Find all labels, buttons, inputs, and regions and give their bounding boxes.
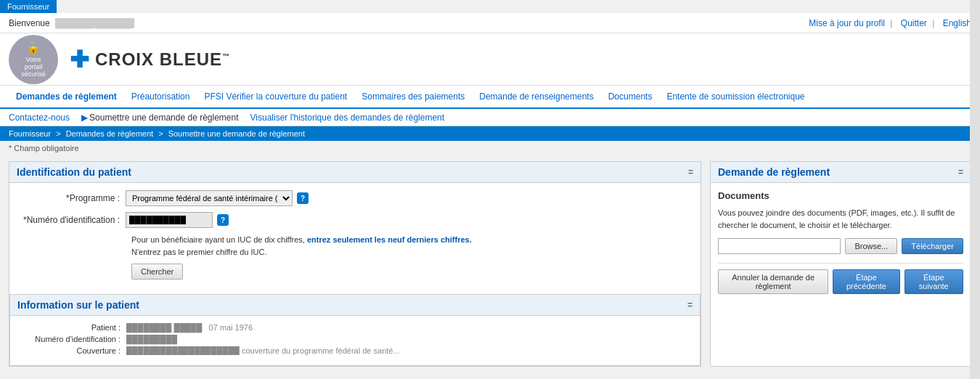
- couverture-value: ████████████████████ couverture du progr…: [126, 346, 400, 355]
- separator-2: |: [932, 18, 934, 28]
- programme-select[interactable]: Programme fédéral de santé intérimaire (…: [126, 190, 293, 206]
- info-text-bold: entrez seulement les neuf derniers chiff…: [307, 235, 472, 244]
- breadcrumb-current: Soumettre une demande de règlement: [168, 129, 305, 138]
- logo-tm: ™: [222, 52, 230, 60]
- required-note: * Champ obligatoire: [0, 141, 980, 155]
- suivante-button[interactable]: Étape suivante: [905, 269, 963, 294]
- file-input-display: [718, 238, 841, 254]
- collapse-btn-3[interactable]: =: [958, 167, 963, 177]
- telecharger-button[interactable]: Télécharger: [902, 238, 963, 254]
- nav-sommaires[interactable]: Sommaires des paiements: [354, 86, 472, 107]
- demande-title: Demande de règlement: [718, 166, 830, 178]
- fournisseur-tab[interactable]: Fournisseur: [0, 0, 980, 13]
- nav-entente[interactable]: Entente de soumission électronique: [659, 86, 812, 107]
- header: 🔒 Votre portail sécurisé ✚ CROIX BLEUE™: [0, 33, 980, 86]
- patient-row-label: Patient :: [17, 323, 126, 332]
- documents-section-title: Documents: [718, 190, 963, 201]
- numero-input[interactable]: [126, 212, 213, 228]
- chercher-button[interactable]: Chercher: [131, 264, 183, 280]
- nav-preautorisation[interactable]: Préautorisation: [124, 86, 197, 107]
- nav-pfsi[interactable]: PFSI Vérifier la couverture du patient: [197, 86, 354, 107]
- patient-info-title: Information sur le patient: [17, 299, 139, 311]
- numero-info-row: Numéro d'identification : █████████: [17, 335, 693, 343]
- info-text-block: Pour un bénéficiaire ayant un IUC de dix…: [131, 234, 693, 258]
- programme-label: *Programme :: [17, 193, 126, 203]
- patient-id-title: Identification du patient: [17, 166, 131, 178]
- chercher-row: Chercher: [131, 264, 693, 280]
- nav-demandes[interactable]: Demandes de règlement: [9, 86, 124, 107]
- nav-demande-renseignements[interactable]: Demande de renseignements: [472, 86, 600, 107]
- programme-row: *Programme : Programme fédéral de santé …: [17, 190, 693, 206]
- doc-description: Vous pouvez joindre des documents (PDF, …: [718, 207, 963, 231]
- mise-a-jour-link[interactable]: Mise à jour du profil: [809, 18, 885, 28]
- right-panel: Demande de règlement = Documents Vous po…: [710, 161, 971, 367]
- welcome-text: Bienvenue ██████ ██████,: [9, 18, 134, 28]
- secure-portal-badge: 🔒 Votre portail sécurisé: [9, 35, 58, 84]
- demande-body: Documents Vous pouvez joindre des docume…: [711, 183, 971, 301]
- numero-info-value: █████████: [126, 335, 177, 343]
- patient-id-header: Identification du patient =: [9, 162, 701, 183]
- top-bar: Bienvenue ██████ ██████, Mise à jour du …: [0, 13, 980, 33]
- patient-row-value: ████████ █████ 07 mai 1976: [126, 323, 253, 332]
- user-name: ██████ ██████,: [55, 18, 134, 28]
- programme-control: Programme fédéral de santé intérimaire (…: [126, 190, 309, 206]
- english-link[interactable]: English: [943, 18, 971, 28]
- patient-info-header: Information sur le patient =: [10, 295, 700, 316]
- welcome-label: Bienvenue: [9, 18, 50, 28]
- portal-line1: Votre: [25, 56, 41, 63]
- portal-line2: portail: [25, 63, 43, 70]
- browse-button[interactable]: Browse...: [845, 238, 897, 254]
- info-text-2: N'entrez pas le premier chiffre du IUC.: [131, 248, 267, 256]
- blue-cross-icon: ✚: [70, 46, 89, 73]
- fournisseur-tab-label: Fournisseur: [0, 0, 57, 13]
- precedente-button[interactable]: Étape précédente: [833, 269, 899, 294]
- left-column: Identification du patient = *Programme :…: [9, 161, 701, 367]
- breadcrumb-fournisseur[interactable]: Fournisseur: [9, 129, 51, 138]
- subnav-soumettre-label: Soumettre une demande de règlement: [89, 113, 238, 123]
- main-content: Identification du patient = *Programme :…: [0, 155, 980, 372]
- portal-line3: sécurisé: [21, 70, 46, 78]
- subnav-contactez[interactable]: Contactez-nous: [9, 113, 70, 123]
- arrow-icon: ▶: [81, 113, 88, 123]
- couverture-row: Couverture : ████████████████████ couver…: [17, 346, 693, 355]
- demande-header: Demande de règlement =: [711, 162, 971, 183]
- patient-info-body: Patient : ████████ █████ 07 mai 1976 Num…: [10, 316, 700, 365]
- collapse-btn-2[interactable]: =: [687, 300, 693, 310]
- info-text-1: Pour un bénéficiaire ayant un IUC de dix…: [131, 235, 305, 244]
- patient-id-body: *Programme : Programme fédéral de santé …: [9, 183, 701, 287]
- subnav-soumettre[interactable]: ▶Soumettre une demande de règlement: [81, 113, 238, 123]
- breadcrumb-sep-1: >: [56, 129, 62, 138]
- lock-icon: 🔒: [26, 41, 41, 54]
- breadcrumb-sep-2: >: [158, 129, 165, 138]
- scrollbar[interactable]: [970, 0, 980, 379]
- logo-text: CROIX BLEUE™: [95, 49, 230, 70]
- logo-area: ✚ CROIX BLEUE™: [70, 46, 230, 73]
- file-input-row: Browse... Télécharger: [718, 238, 963, 254]
- top-bar-right: Mise à jour du profil | Quitter | Englis…: [806, 18, 971, 28]
- breadcrumb: Fournisseur > Demandes de règlement > So…: [0, 126, 980, 141]
- couverture-label: Couverture :: [17, 346, 126, 355]
- separator-1: |: [890, 18, 892, 28]
- nav-documents[interactable]: Documents: [601, 86, 660, 107]
- numero-info-label: Numéro d'identification :: [17, 335, 126, 343]
- programme-help-icon[interactable]: ?: [297, 192, 309, 204]
- quitter-link[interactable]: Quitter: [901, 18, 927, 28]
- annuler-button[interactable]: Annuler la demande de règlement: [718, 269, 828, 294]
- secondary-nav: Contactez-nous ▶Soumettre une demande de…: [0, 109, 980, 126]
- numero-help-icon[interactable]: ?: [217, 214, 229, 226]
- logo-text-label: CROIX BLEUE: [95, 49, 222, 69]
- patient-identification-panel: Identification du patient = *Programme :…: [9, 162, 701, 287]
- numero-label: *Numéro d'identification :: [17, 215, 126, 225]
- patient-info-panel: Information sur le patient = Patient : █…: [9, 294, 701, 366]
- action-buttons: Annuler la demande de règlement Étape pr…: [718, 269, 963, 294]
- breadcrumb-demandes[interactable]: Demandes de règlement: [66, 129, 153, 138]
- numero-row: *Numéro d'identification : ?: [17, 212, 693, 228]
- collapse-btn-1[interactable]: =: [688, 167, 693, 177]
- primary-nav: Demandes de règlement Préautorisation PF…: [0, 86, 980, 109]
- subnav-visualiser[interactable]: Visualiser l'historique des demandes de …: [250, 113, 445, 123]
- patient-row: Patient : ████████ █████ 07 mai 1976: [17, 323, 693, 332]
- numero-control: ?: [126, 212, 229, 228]
